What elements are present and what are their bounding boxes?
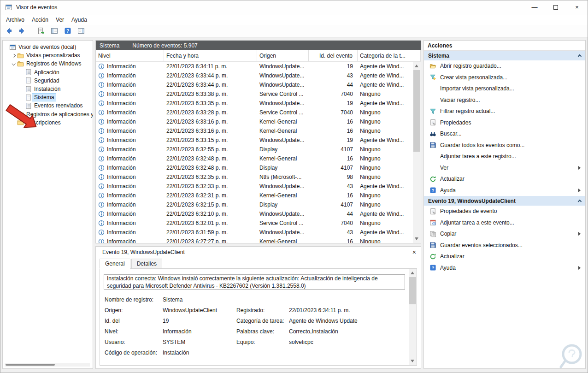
menu-ayuda[interactable]: Ayuda bbox=[68, 15, 91, 24]
menu-ver[interactable]: Ver bbox=[52, 15, 68, 24]
actions-section-header-sistema[interactable]: Sistema bbox=[424, 51, 585, 60]
detail-scrollbar-thumb[interactable] bbox=[409, 277, 416, 304]
action-adjuntar-tarea-a-este-evento[interactable]: Adjuntar tarea a este evento... bbox=[424, 217, 585, 229]
tree-item-aplicacion[interactable]: Aplicación bbox=[3, 68, 93, 77]
tree-item-visor-de-eventos-local[interactable]: Visor de eventos (local) bbox=[3, 43, 93, 51]
event-row[interactable]: Información22/01/2023 6:33:35 p. m.Windo… bbox=[96, 99, 413, 108]
event-row[interactable]: Información22/01/2023 6:33:44 p. m.Windo… bbox=[96, 71, 413, 80]
event-row[interactable]: Información22/01/2023 6:27:27 p. m.Kerne… bbox=[96, 237, 413, 243]
action-vaciar-registro[interactable]: Vaciar registro... bbox=[424, 95, 585, 106]
action-ayuda-evento[interactable]: ?Ayuda bbox=[424, 262, 585, 274]
close-button[interactable]: × bbox=[566, 0, 588, 14]
tab-detalles[interactable]: Detalles bbox=[131, 259, 162, 269]
action-copiar[interactable]: Copiar bbox=[424, 228, 585, 240]
event-row[interactable]: Información22/01/2023 6:32:48 p. m.Kerne… bbox=[96, 154, 413, 163]
column-header-categoria[interactable]: Categoría de la t... bbox=[358, 50, 421, 61]
detail-field-label: Nivel: bbox=[105, 328, 163, 335]
action-buscar[interactable]: Buscar... bbox=[424, 128, 585, 140]
tree-item-seguridad[interactable]: Seguridad bbox=[3, 77, 93, 85]
tree-scrollbar-thumb[interactable] bbox=[6, 364, 55, 366]
actions-section-header-evento-19-windowsupdateclient[interactable]: Evento 19, WindowsUpdateClient bbox=[424, 196, 585, 206]
tree-item-registros-de-windows[interactable]: Registros de Windows bbox=[3, 59, 93, 68]
scroll-up-icon[interactable] bbox=[411, 272, 414, 274]
action-crear-vista-personalizada[interactable]: Crear vista personalizada... bbox=[424, 72, 585, 83]
maximize-button[interactable] bbox=[545, 0, 566, 14]
event-id: 19 bbox=[309, 100, 358, 107]
action-importar-vista-personalizada[interactable]: Importar vista personalizada... bbox=[424, 83, 585, 95]
event-row[interactable]: Información22/01/2023 6:32:31 p. m.Kerne… bbox=[96, 191, 413, 200]
action-actualizar-evento[interactable]: Actualizar bbox=[424, 251, 585, 262]
tree-item-instalacion[interactable]: Instalación bbox=[3, 85, 93, 93]
event-source: Display bbox=[257, 165, 309, 171]
column-header-fecha-y-hora[interactable]: Fecha y hora bbox=[164, 50, 257, 61]
export-list-button[interactable] bbox=[35, 26, 47, 36]
action-ver[interactable]: Ver bbox=[424, 162, 585, 174]
event-row[interactable]: Información22/01/2023 6:33:28 p. m.Servi… bbox=[96, 108, 413, 117]
event-row[interactable]: Información22/01/2023 6:33:44 p. m.Windo… bbox=[96, 80, 413, 89]
detail-close-icon[interactable]: × bbox=[412, 249, 416, 255]
expander-collapsed-icon[interactable] bbox=[11, 54, 17, 57]
scroll-down-icon[interactable] bbox=[411, 360, 414, 362]
tree-item-vistas-personalizadas[interactable]: Vistas personalizadas bbox=[3, 51, 93, 59]
action-label: Adjuntar tarea a este evento... bbox=[440, 219, 514, 226]
event-row[interactable]: Información22/01/2023 6:34:11 p. m.Windo… bbox=[96, 62, 413, 71]
event-row[interactable]: Información22/01/2023 6:32:55 p. m.Displ… bbox=[96, 145, 413, 154]
action-guardar-eventos-seleccionados[interactable]: Guardar eventos seleccionados... bbox=[424, 240, 585, 251]
minimize-button[interactable]: — bbox=[524, 0, 545, 14]
event-row[interactable]: Información22/01/2023 6:33:16 p. m.Kerne… bbox=[96, 117, 413, 126]
scroll-up-icon[interactable] bbox=[415, 65, 418, 67]
event-id: 44 bbox=[309, 211, 358, 217]
menu-accion[interactable]: Acción bbox=[28, 15, 52, 24]
event-row[interactable]: Información22/01/2023 6:31:59 p. m.Windo… bbox=[96, 228, 413, 237]
column-header-origen[interactable]: Origen bbox=[257, 50, 309, 61]
action-actualizar[interactable]: Actualizar bbox=[424, 173, 585, 185]
events-scrollbar[interactable] bbox=[413, 62, 421, 243]
event-id: 43 bbox=[309, 183, 358, 189]
events-header: Sistema Número de eventos: 5.907 bbox=[96, 41, 421, 50]
tab-general[interactable]: General bbox=[100, 259, 130, 269]
action-adjuntar-tarea-a-este-registro[interactable]: Adjuntar tarea a este registro... bbox=[424, 151, 585, 162]
events-scrollbar-thumb[interactable] bbox=[413, 70, 420, 152]
info-icon bbox=[98, 155, 105, 162]
event-row[interactable]: Información22/01/2023 6:32:15 p. m.Displ… bbox=[96, 200, 413, 209]
detail-field-value: Sistema bbox=[163, 296, 236, 303]
expander-collapsed-icon[interactable] bbox=[11, 113, 17, 116]
action-filtrar-registro-actual[interactable]: Filtrar registro actual... bbox=[424, 106, 585, 117]
detail-scrollbar[interactable] bbox=[409, 269, 417, 365]
event-row[interactable]: Información22/01/2023 6:32:48 p. m.Displ… bbox=[96, 163, 413, 172]
action-ayuda[interactable]: ?Ayuda bbox=[424, 185, 585, 196]
action-propiedades[interactable]: Propiedades bbox=[424, 117, 585, 129]
tree-item-registros-de-aplicaciones[interactable]: Registros de aplicaciones y s bbox=[3, 110, 93, 118]
column-header-nivel[interactable]: Nivel bbox=[96, 50, 164, 61]
tree-horizontal-scrollbar[interactable] bbox=[5, 363, 90, 367]
back-button[interactable] bbox=[3, 26, 14, 36]
tree-item-sistema[interactable]: Sistema bbox=[3, 93, 93, 101]
event-source: Display bbox=[257, 146, 309, 153]
show-console-tree-button[interactable] bbox=[49, 26, 60, 36]
event-row[interactable]: Información22/01/2023 6:33:16 p. m.Kerne… bbox=[96, 126, 413, 136]
help-button[interactable]: ? bbox=[62, 26, 73, 36]
forward-button[interactable] bbox=[17, 26, 28, 36]
event-id: 43 bbox=[309, 72, 358, 79]
event-row[interactable]: Información22/01/2023 6:32:33 p. m.Windo… bbox=[96, 182, 413, 191]
action-propiedades-de-evento[interactable]: Propiedades de evento bbox=[424, 206, 585, 217]
event-row[interactable]: Información22/01/2023 6:32:01 p. m.Servi… bbox=[96, 219, 413, 228]
help-icon: ? bbox=[429, 187, 436, 194]
action-abrir-registro-guardado[interactable]: Abrir registro guardado... bbox=[424, 60, 585, 72]
tree-item-suscripciones[interactable]: Suscripciones bbox=[3, 118, 93, 127]
menu-archivo[interactable]: Archivo bbox=[2, 15, 28, 24]
actions-sections: SistemaAbrir registro guardado...Crear v… bbox=[424, 51, 585, 273]
event-row[interactable]: Información22/01/2023 6:33:38 p. m.Servi… bbox=[96, 89, 413, 99]
event-row[interactable]: Información22/01/2023 6:32:10 p. m.Windo… bbox=[96, 209, 413, 219]
event-row[interactable]: Información22/01/2023 6:33:15 p. m.Windo… bbox=[96, 136, 413, 145]
expander-expanded-icon[interactable] bbox=[11, 63, 17, 65]
tree-item-label: Suscripciones bbox=[24, 119, 63, 126]
event-row[interactable]: Información22/01/2023 6:32:35 p. m.Ntfs … bbox=[96, 172, 413, 182]
tree-item-eventos-reenviados[interactable]: Eventos reenviados bbox=[3, 101, 93, 110]
event-category: Ninguno bbox=[358, 155, 413, 162]
scroll-down-icon[interactable] bbox=[415, 237, 418, 240]
show-action-pane-button[interactable] bbox=[76, 26, 87, 36]
action-guardar-todos-los-eventos-como[interactable]: Guardar todos los eventos como... bbox=[424, 140, 585, 151]
column-header-id-del-evento[interactable]: Id. del evento bbox=[309, 50, 358, 61]
event-date: 22/01/2023 6:32:48 p. m. bbox=[164, 165, 257, 171]
